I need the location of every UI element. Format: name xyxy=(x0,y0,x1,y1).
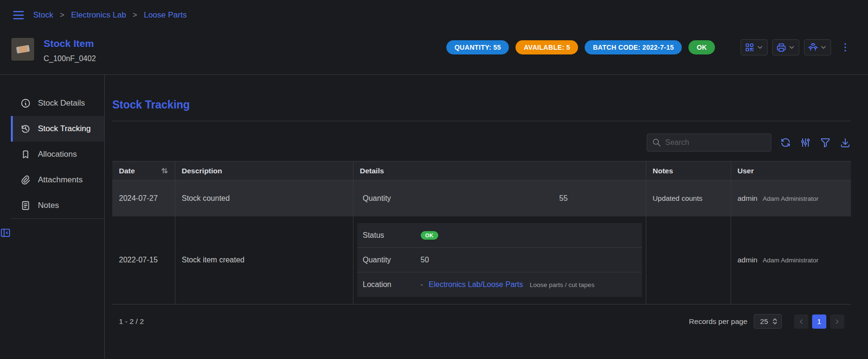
printer-icon xyxy=(776,42,787,53)
column-header-description[interactable]: Description xyxy=(175,162,353,180)
status-ok-pill: OK xyxy=(421,231,438,240)
cell-date: 2022-07-15 xyxy=(112,216,175,305)
pagination: 1 xyxy=(794,314,844,329)
table-row[interactable]: 2024-07-27 Stock counted Quantity 55 Upd… xyxy=(112,180,851,216)
download-button[interactable] xyxy=(840,137,851,148)
more-actions-button[interactable] xyxy=(840,42,851,53)
history-icon xyxy=(20,124,31,134)
top-navigation-bar: Stock > Electronics Lab > Loose Parts xyxy=(0,0,868,30)
cell-user: admin Adam Administrator xyxy=(731,216,851,305)
sidebar-divider xyxy=(11,218,104,219)
chevron-right-icon xyxy=(833,318,841,325)
breadcrumb-separator: > xyxy=(60,11,64,19)
user-full-name: Adam Administrator xyxy=(763,257,819,264)
filter-button[interactable] xyxy=(820,137,831,148)
sidebar-item-label: Attachments xyxy=(38,175,83,185)
page-title: Stock Item xyxy=(44,38,96,49)
sidebar-item-stock-details[interactable]: Stock Details xyxy=(11,90,104,116)
cell-description: Stock item created xyxy=(175,216,353,305)
sidebar-item-allocations[interactable]: Allocations xyxy=(11,142,104,167)
record-range: 1 - 2 / 2 xyxy=(119,317,144,326)
cell-notes: Updated counts xyxy=(646,180,731,216)
column-header-notes[interactable]: Notes xyxy=(646,162,731,180)
sort-icon xyxy=(161,167,168,174)
detail-value: 55 xyxy=(485,194,642,203)
column-header-details[interactable]: Details xyxy=(353,162,646,180)
info-circle-icon xyxy=(20,98,31,108)
breadcrumb-loose-parts[interactable]: Loose Parts xyxy=(144,10,187,20)
records-per-page-label: Records per page xyxy=(689,317,747,326)
section-heading: Stock Tracking xyxy=(112,99,851,111)
part-thumbnail[interactable] xyxy=(11,38,34,61)
print-actions-button[interactable] xyxy=(772,39,799,55)
page-1-button[interactable]: 1 xyxy=(812,314,826,329)
stock-item-header: Stock Item C_100nF_0402 QUANTITY: 55 AVA… xyxy=(0,30,868,75)
table-toolbar xyxy=(112,134,851,152)
next-page-button[interactable] xyxy=(830,314,844,329)
batch-code-badge: BATCH CODE: 2022-7-15 xyxy=(585,40,682,54)
sidebar-item-attachments[interactable]: Attachments xyxy=(11,167,104,193)
detail-row-quantity: Quantity 50 xyxy=(357,248,642,272)
capacitor-image xyxy=(16,45,30,54)
sidebar-item-label: Notes xyxy=(38,201,59,210)
adjustments-icon xyxy=(800,137,811,148)
detail-label: Quantity xyxy=(363,256,421,264)
available-badge: AVAILABLE: 5 xyxy=(515,40,578,54)
previous-page-button[interactable] xyxy=(794,314,808,329)
barcode-actions-button[interactable] xyxy=(741,39,768,55)
username: admin xyxy=(738,256,758,264)
details-subtable: Status OK Quantity 50 Location - Electro… xyxy=(357,223,642,297)
heading-divider xyxy=(112,121,851,121)
detail-label: Status xyxy=(363,231,421,240)
detail-label: Quantity xyxy=(357,194,485,203)
sidebar-item-stock-tracking[interactable]: Stock Tracking xyxy=(11,116,104,142)
bookmark-icon xyxy=(20,149,31,160)
paperclip-icon xyxy=(20,175,31,185)
breadcrumb-electronics-lab[interactable]: Electronics Lab xyxy=(71,10,126,20)
sidebar-item-label: Allocations xyxy=(38,150,77,159)
detail-row-status: Status OK xyxy=(357,223,642,248)
search-icon xyxy=(652,138,661,147)
table-footer: 1 - 2 / 2 Records per page 25 1 xyxy=(112,305,851,329)
refresh-button[interactable] xyxy=(780,137,791,148)
breadcrumb: Stock > Electronics Lab > Loose Parts xyxy=(33,10,187,20)
part-name: C_100nF_0402 xyxy=(44,54,96,63)
breadcrumb-separator: > xyxy=(133,11,137,19)
select-spinner-icon xyxy=(772,317,778,325)
sidebar-collapse-button[interactable] xyxy=(0,227,104,238)
user-full-name: Adam Administrator xyxy=(763,195,819,202)
sidebar-item-notes[interactable]: Notes xyxy=(11,193,104,218)
qrcode-icon xyxy=(744,42,755,53)
dots-vertical-icon xyxy=(840,42,851,53)
header-actions xyxy=(741,39,851,55)
hamburger-icon xyxy=(11,8,26,22)
page-size-value: 25 xyxy=(760,317,768,325)
stock-tracking-table: Date Description Details Notes User 2024… xyxy=(112,161,851,305)
chevron-down-icon xyxy=(756,44,764,51)
sidebar-item-label: Stock Details xyxy=(38,99,85,108)
page-size-select[interactable]: 25 xyxy=(754,314,782,329)
search-input[interactable] xyxy=(665,138,766,147)
cell-details: Quantity 55 xyxy=(353,180,646,216)
location-description: Loose parts / cut tapes xyxy=(530,281,595,288)
notes-icon xyxy=(20,200,31,211)
table-header-row: Date Description Details Notes User xyxy=(112,162,851,180)
cell-user: admin Adam Administrator xyxy=(731,180,851,216)
detail-row-location: Location - Electronics Lab/Loose Parts L… xyxy=(357,272,642,297)
detail-value: 50 xyxy=(421,256,429,264)
location-link[interactable]: Electronics Lab/Loose Parts xyxy=(429,280,523,289)
column-header-user[interactable]: User xyxy=(731,162,851,180)
column-header-date[interactable]: Date xyxy=(112,162,175,180)
refresh-icon xyxy=(780,137,791,148)
detail-label: Location xyxy=(363,280,421,289)
quantity-badge: QUANTITY: 55 xyxy=(446,40,509,54)
chevron-down-icon xyxy=(820,44,827,51)
stock-operations-icon xyxy=(808,42,818,53)
navigation-menu-button[interactable] xyxy=(11,8,26,22)
table-row[interactable]: 2022-07-15 Stock item created Status OK … xyxy=(112,216,851,305)
status-ok-badge: OK xyxy=(688,40,715,54)
breadcrumb-stock[interactable]: Stock xyxy=(33,10,54,20)
cell-date: 2024-07-27 xyxy=(112,180,175,216)
table-settings-button[interactable] xyxy=(800,137,811,148)
stock-operations-button[interactable] xyxy=(804,39,831,55)
